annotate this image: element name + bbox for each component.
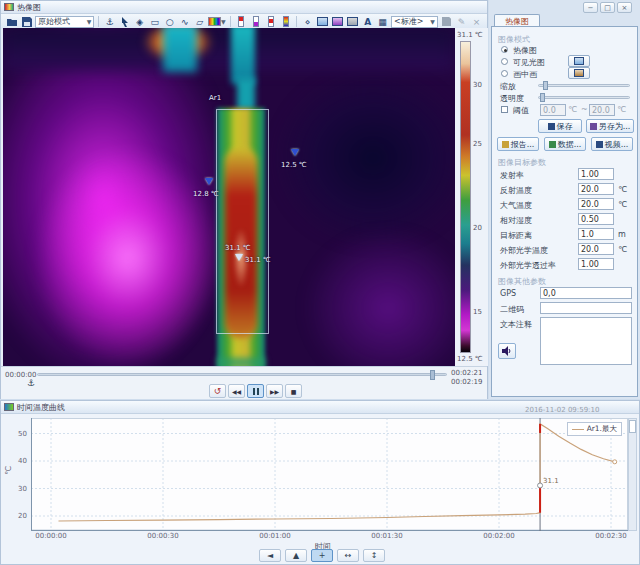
zoom-slider[interactable]: [538, 84, 630, 87]
isotherm-off-button[interactable]: [279, 15, 292, 28]
close-button[interactable]: ×: [617, 2, 632, 13]
thermal-view-button[interactable]: [331, 15, 344, 28]
floppy-icon: [548, 123, 555, 130]
stop-icon: ■: [291, 388, 297, 395]
data-button[interactable]: 数据...: [544, 137, 586, 151]
radio-pip[interactable]: [501, 70, 508, 77]
anchor-tool-button[interactable]: ⚓: [103, 15, 116, 28]
chevron-down-icon: ▼: [221, 18, 226, 25]
radio-visible[interactable]: [501, 58, 508, 65]
save-as-button[interactable]: 另存为...: [586, 119, 634, 133]
radio-thermal-label: 热像图: [513, 45, 537, 56]
data-icon: [549, 141, 556, 148]
chart-window-title: 时间温度曲线: [17, 402, 65, 413]
pause-button[interactable]: [247, 384, 264, 398]
chart-vscrollbar[interactable]: [628, 418, 637, 531]
polyline-tool-button[interactable]: ∿: [178, 15, 191, 28]
mode-select[interactable]: 原始模式 ▼: [35, 16, 94, 28]
polygon-tool-button[interactable]: ▱: [193, 15, 206, 28]
visible-view-button[interactable]: [346, 15, 359, 28]
optics-transmission-input[interactable]: [578, 258, 614, 270]
report-button[interactable]: 报告...: [497, 137, 539, 151]
chart-zoom-vertical-button[interactable]: ↕: [363, 549, 385, 562]
threshold-low-input[interactable]: [540, 104, 566, 116]
replay-button[interactable]: ↺: [209, 384, 226, 398]
pointer-tool-button[interactable]: [118, 15, 131, 28]
spot-marker-icon[interactable]: [291, 149, 299, 156]
ar1-area-box[interactable]: [216, 109, 269, 334]
threshold-high-input[interactable]: [589, 104, 615, 116]
template-select[interactable]: <标准> ▼: [391, 16, 438, 28]
qr-input[interactable]: [540, 302, 632, 314]
chart-cursor-button[interactable]: ▲: [285, 549, 307, 562]
isotherm-interval-button[interactable]: [264, 15, 277, 28]
chart-pan-button[interactable]: +: [311, 549, 333, 562]
step-forward-button[interactable]: ▶▶: [266, 384, 283, 398]
visible-image-button[interactable]: [568, 55, 590, 67]
reflected-temp-input[interactable]: [578, 183, 614, 195]
opacity-slider[interactable]: [538, 96, 630, 99]
emissivity-input[interactable]: [578, 168, 614, 180]
settings-panel: − □ × 热像图 图像模式 热像图 可见光图 画中画 缩放 透明度 阈值 ℃ …: [489, 0, 640, 399]
delete-icon: ×: [473, 17, 481, 27]
rectangle-icon: ▭: [150, 17, 159, 27]
seek-slider[interactable]: [37, 373, 447, 376]
stop-button[interactable]: ■: [285, 384, 302, 398]
toolbar-separator: [98, 16, 99, 27]
thermal-window-icon: [4, 3, 14, 11]
minimize-button[interactable]: −: [583, 2, 598, 13]
isotherm-below-button[interactable]: [249, 15, 262, 28]
delete-template-button[interactable]: ×: [470, 15, 483, 28]
rectangle-tool-button[interactable]: ▭: [148, 15, 161, 28]
step-back-button[interactable]: ◀◀: [228, 384, 245, 398]
zoom-vertical-icon: ↕: [371, 551, 378, 560]
video-button[interactable]: 视频...: [591, 137, 633, 151]
step-forward-icon: ▶▶: [270, 388, 279, 395]
dot-marker-button[interactable]: ⋄: [301, 15, 314, 28]
range-separator: ~: [581, 105, 588, 114]
float-button[interactable]: □: [600, 2, 615, 13]
ellipse-tool-button[interactable]: ○: [163, 15, 176, 28]
distance-input[interactable]: [578, 228, 614, 240]
isotherm-above-button[interactable]: [234, 15, 247, 28]
temperature-curve: [31, 418, 628, 531]
seek-handle[interactable]: [430, 370, 435, 380]
spot-tool-button[interactable]: ◈: [133, 15, 146, 28]
optics-temp-input[interactable]: [578, 243, 614, 255]
spot-marker-icon[interactable]: [205, 178, 213, 185]
voice-annotation-button[interactable]: [498, 343, 516, 359]
scale-tick-label: 15: [473, 308, 482, 316]
opacity-slider-knob[interactable]: [540, 93, 545, 102]
gps-input[interactable]: [540, 287, 632, 299]
save-button[interactable]: 保存: [538, 119, 582, 133]
edit-template-button[interactable]: ✎: [455, 15, 468, 28]
zoom-slider-knob[interactable]: [543, 81, 548, 90]
pencil-icon: ✎: [458, 17, 466, 27]
chart-vscrollbar-thumb[interactable]: [629, 420, 636, 433]
grid-button[interactable]: ▦: [376, 15, 389, 28]
threshold-checkbox[interactable]: [501, 106, 508, 113]
current-time: 00:02:19: [451, 378, 482, 386]
picture-icon: [574, 69, 584, 77]
speaker-icon: [502, 346, 512, 356]
chart-scroll-button[interactable]: ◄: [259, 549, 281, 562]
unit-label: ℃: [618, 200, 627, 209]
save-file-button[interactable]: [20, 15, 33, 28]
plot-area[interactable]: Ar1.最大: [31, 418, 628, 531]
thermal-image[interactable]: Ar1 12.8 ℃ 12.5 ℃ 31.1 ℃ 31.1 ℃: [3, 28, 455, 366]
text-annotation-input[interactable]: [540, 317, 632, 365]
radio-visible-label: 可见光图: [513, 57, 545, 68]
radio-thermal[interactable]: [501, 46, 508, 53]
atmosphere-temp-input[interactable]: [578, 198, 614, 210]
unit-label: ℃: [617, 105, 626, 114]
chart-zoom-horizontal-button[interactable]: ↔: [337, 549, 359, 562]
humidity-input[interactable]: [578, 213, 614, 225]
open-file-button[interactable]: [5, 15, 18, 28]
save-template-button[interactable]: [440, 15, 453, 28]
param-label: 外部光学温度: [500, 245, 548, 256]
pip-image-button[interactable]: [568, 67, 590, 79]
fusion-view-button[interactable]: [316, 15, 329, 28]
text-annotation-button[interactable]: A: [361, 15, 374, 28]
close-icon: ×: [622, 4, 628, 12]
palette-select[interactable]: ▼: [208, 15, 225, 28]
